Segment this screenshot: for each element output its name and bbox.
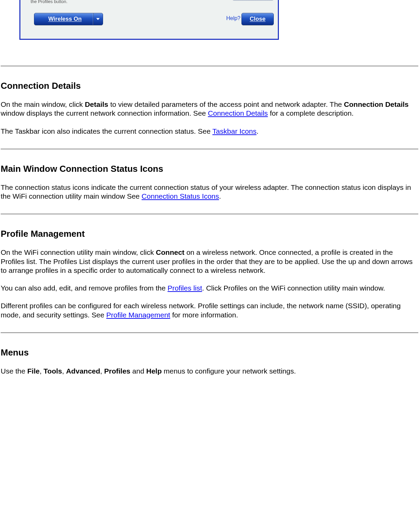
- link-profiles-list[interactable]: Profiles list: [168, 284, 202, 292]
- link-taskbar-icons[interactable]: Taskbar Icons: [213, 127, 257, 135]
- paragraph: On the WiFi connection utility main wind…: [1, 248, 418, 275]
- heading-profile-management: Profile Management: [1, 229, 418, 239]
- heading-menus: Menus: [1, 347, 418, 358]
- heading-status-icons: Main Window Connection Status Icons: [1, 164, 418, 174]
- close-button-label: Close: [250, 16, 265, 22]
- paragraph: The connection status icons indicate the…: [1, 183, 418, 201]
- paragraph: Different profiles can be configured for…: [1, 301, 418, 319]
- paragraph: Use the File, Tools, Advanced, Profiles …: [1, 367, 418, 376]
- heading-connection-details: Connection Details: [1, 81, 418, 91]
- help-link[interactable]: Help?: [226, 15, 240, 21]
- divider: [1, 214, 418, 214]
- divider: [1, 149, 418, 149]
- link-connection-details[interactable]: Connection Details: [208, 109, 268, 117]
- wireless-on-button[interactable]: Wireless On: [34, 13, 103, 25]
- dialog-hint-text: the Profiles button.: [31, 0, 67, 4]
- divider: [1, 66, 418, 66]
- paragraph: You can also add, edit, and remove profi…: [1, 284, 418, 293]
- paragraph: On the main window, click Details to vie…: [1, 100, 418, 118]
- link-profile-management[interactable]: Profile Management: [106, 311, 170, 319]
- close-button[interactable]: Close: [241, 13, 274, 25]
- dialog-window: the Profiles button. Wireless On Help? C…: [19, 0, 279, 40]
- divider: [1, 332, 418, 333]
- chevron-down-icon[interactable]: [93, 18, 103, 20]
- disabled-button-fragment: [232, 0, 274, 1]
- wireless-on-label: Wireless On: [34, 16, 93, 22]
- paragraph: The Taskbar icon also indicates the curr…: [1, 127, 418, 136]
- link-connection-status-icons[interactable]: Connection Status Icons: [141, 192, 219, 200]
